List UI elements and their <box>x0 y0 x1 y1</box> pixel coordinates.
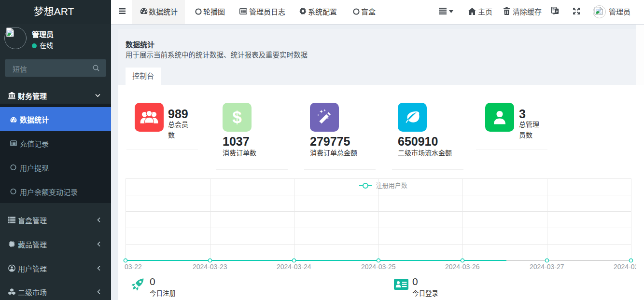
svg-text:$: $ <box>232 108 241 126</box>
